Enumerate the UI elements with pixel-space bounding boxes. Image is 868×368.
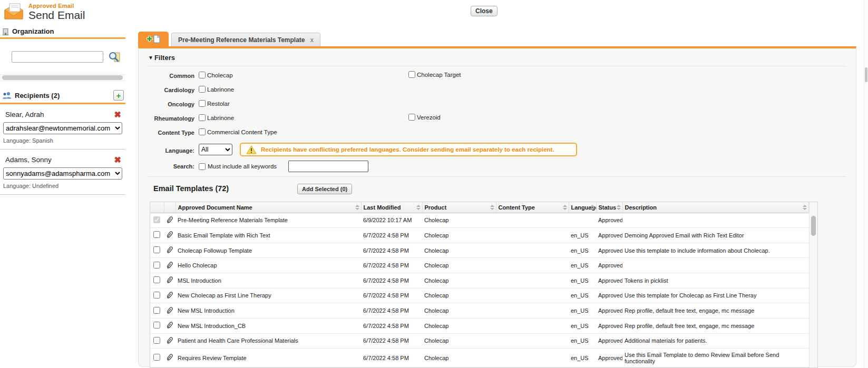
- sort-icon[interactable]: [590, 205, 594, 210]
- recipient-email-select[interactable]: adrahslear@newtonmemorial.com: [3, 122, 122, 134]
- sort-icon[interactable]: [617, 205, 621, 210]
- divider: [148, 66, 846, 66]
- paperclip-icon: [166, 336, 173, 344]
- table-row[interactable]: Basic Email Template with Rich Text6/7/2…: [150, 228, 809, 243]
- table-row[interactable]: Cholecap Followup Template6/7/2022 4:58 …: [150, 243, 809, 258]
- cell-language: en_US: [569, 243, 596, 258]
- row-attachment-cell: [164, 273, 175, 289]
- organization-header: Organization: [0, 27, 125, 35]
- cell-language: en_US: [569, 258, 596, 273]
- filter-checkbox[interactable]: [199, 86, 206, 93]
- scrollbar-thumb[interactable]: [865, 67, 867, 82]
- page-vertical-scrollbar[interactable]: [864, 0, 868, 368]
- table-row[interactable]: New MSL Introduction6/7/2022 4:58 PMChol…: [150, 303, 809, 319]
- row-select-checkbox[interactable]: [153, 262, 160, 268]
- row-select-checkbox[interactable]: [153, 246, 160, 253]
- row-select-checkbox[interactable]: [153, 337, 160, 344]
- filter-checkbox[interactable]: [408, 71, 415, 78]
- table-vertical-scrollbar[interactable]: [809, 202, 817, 367]
- organization-rule: [0, 37, 125, 39]
- page-header: Approved Email Send Email: [3, 3, 85, 22]
- main-area: Pre-Meeting Reference Materials Template…: [138, 32, 856, 367]
- row-select-checkbox[interactable]: [153, 231, 160, 238]
- language-select[interactable]: All: [199, 144, 232, 155]
- filter-checkbox[interactable]: [199, 128, 206, 135]
- recipient-name-row: Adams, Sonny✖: [3, 156, 123, 164]
- filter-checkbox-option: Verezoid: [408, 114, 441, 121]
- column-status[interactable]: Status: [596, 202, 622, 213]
- filter-checkbox[interactable]: [199, 72, 206, 78]
- recipient-email-select[interactable]: sonnyadams@adamspharma.com: [3, 167, 122, 180]
- filters-toggle[interactable]: ▼ Filters: [148, 54, 856, 62]
- add-selected-button[interactable]: Add Selected (0): [297, 184, 352, 194]
- template-search-input[interactable]: [288, 161, 368, 172]
- tab-pre-meeting-reference-materials-template[interactable]: Pre-Meeting Reference Materials Template…: [171, 33, 320, 46]
- row-select-checkbox[interactable]: [153, 307, 160, 314]
- filter-checkbox[interactable]: [408, 114, 415, 121]
- cell-description: Use this Email Template to demo Review E…: [622, 349, 809, 367]
- organization-search-input[interactable]: [12, 51, 103, 63]
- sort-icon[interactable]: [355, 205, 359, 210]
- sort-icon[interactable]: [563, 205, 567, 210]
- column-approved-document-name[interactable]: Approved Document Name: [175, 202, 361, 213]
- filter-checkbox[interactable]: [199, 114, 206, 121]
- tab-bar: Pre-Meeting Reference Materials Template…: [138, 32, 856, 46]
- cell-modified: 6/7/2022 4:58 PM: [361, 228, 422, 243]
- table-row[interactable]: Patient and Health Care Professional Mat…: [150, 333, 809, 349]
- cell-modified: 6/9/2022 10:17 AM: [361, 213, 422, 228]
- row-attachment-cell: [164, 258, 175, 273]
- column-last-modified[interactable]: Last Modified: [361, 202, 422, 213]
- column-language[interactable]: Language: [569, 202, 596, 213]
- sort-icon[interactable]: [416, 205, 421, 210]
- table-row[interactable]: Hello Cholecap6/7/2022 4:58 PMCholecapen…: [150, 258, 809, 273]
- column-description[interactable]: Description: [622, 202, 809, 213]
- new-template-tab[interactable]: [138, 32, 169, 46]
- plus-document-icon: [146, 34, 161, 44]
- sort-icon[interactable]: [803, 205, 807, 210]
- add-recipient-button[interactable]: +: [113, 90, 124, 101]
- cell-name: New Cholecap as First Line Therapy: [175, 288, 361, 303]
- templates-table: Approved Document Name Last Modified Pro…: [150, 202, 818, 368]
- column-product[interactable]: Product: [422, 202, 496, 213]
- column-content-type[interactable]: Content Type: [496, 202, 569, 213]
- sidebar-horizontal-scrollbar[interactable]: [0, 74, 125, 81]
- table-row[interactable]: New MSL Introduction_CB6/7/2022 4:58 PMC…: [150, 318, 809, 333]
- divider: [148, 176, 846, 177]
- remove-recipient-icon[interactable]: ✖: [114, 156, 121, 164]
- language-filter-row: Language: All Recipients have conflictin…: [148, 143, 856, 156]
- table-row[interactable]: MSL Introduction6/7/2022 4:58 PMCholecap…: [150, 273, 809, 289]
- row-select-cell: [150, 243, 164, 258]
- filter-category-label: Cardiology: [148, 85, 194, 93]
- filter-checkbox-option: Commercial Content Type: [199, 128, 277, 135]
- row-select-checkbox[interactable]: [153, 276, 160, 283]
- scrollbar-thumb[interactable]: [811, 216, 816, 236]
- row-select-checkbox[interactable]: [153, 322, 160, 329]
- table-row[interactable]: New Cholecap as First Line Therapy6/7/20…: [150, 288, 809, 303]
- close-button[interactable]: Close: [471, 6, 498, 16]
- paperclip-icon: [166, 231, 173, 238]
- filter-option-label: Restolar: [207, 101, 230, 107]
- filters-title: Filters: [154, 54, 175, 62]
- row-select-checkbox[interactable]: [153, 216, 160, 223]
- filter-checkbox[interactable]: [199, 100, 206, 107]
- must-include-keywords-checkbox[interactable]: [199, 163, 206, 170]
- sort-icon[interactable]: [490, 205, 494, 210]
- table-row[interactable]: Pre-Meeting Reference Materials Template…: [150, 213, 809, 228]
- row-select-checkbox[interactable]: [153, 292, 160, 299]
- row-select-cell: [150, 333, 164, 349]
- cell-name: MSL Introduction: [175, 273, 361, 289]
- cell-content-type: [496, 288, 569, 303]
- table-row[interactable]: Requires Review Template6/7/2022 4:58 PM…: [150, 349, 809, 367]
- remove-recipient-icon[interactable]: ✖: [114, 111, 121, 118]
- tab-close-icon[interactable]: x: [310, 36, 314, 44]
- table-header-row: Approved Document Name Last Modified Pro…: [150, 202, 809, 213]
- filter-options: CholecapCholecap Target: [199, 71, 856, 81]
- organization-search-row: [12, 51, 125, 63]
- row-select-checkbox[interactable]: [153, 354, 160, 361]
- magnifier-document-icon[interactable]: [108, 52, 121, 63]
- header-select-column: [150, 202, 164, 213]
- recipients-header: Recipients (2) +: [0, 90, 125, 101]
- row-select-cell: [150, 349, 164, 367]
- scrollbar-thumb[interactable]: [2, 75, 123, 80]
- row-attachment-cell: [164, 318, 175, 333]
